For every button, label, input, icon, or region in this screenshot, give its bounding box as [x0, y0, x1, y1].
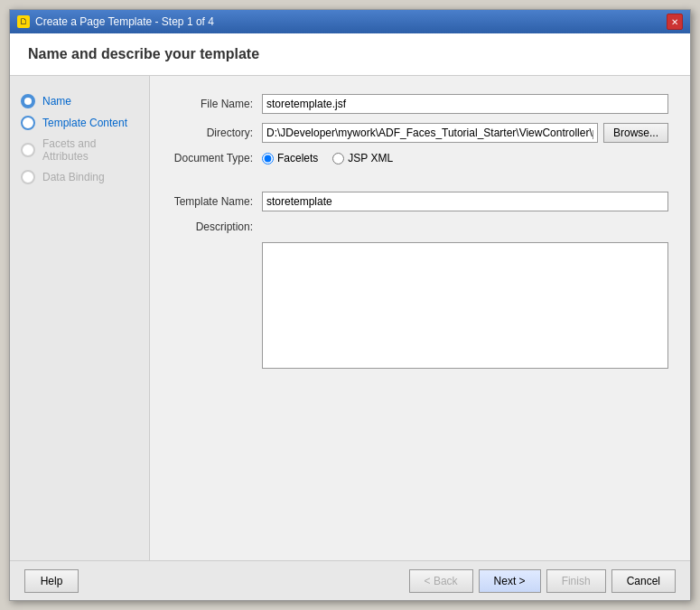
- description-label-row: Description:: [172, 221, 668, 233]
- footer: Help < Back Next > Finish Cancel: [10, 560, 690, 600]
- radio-facelets-input[interactable]: [262, 153, 274, 164]
- document-type-label: Document Type:: [172, 152, 262, 164]
- main-window: 🗋 Create a Page Template - Step 1 of 4 ✕…: [9, 9, 691, 601]
- document-type-row: Document Type: Facelets JSP XML: [172, 152, 668, 164]
- cancel-button[interactable]: Cancel: [611, 569, 676, 593]
- header-title: Name and describe your template: [28, 46, 672, 62]
- sidebar-label-template-content: Template Content: [42, 117, 127, 129]
- directory-row: Directory: Browse...: [172, 123, 668, 143]
- sidebar-item-facets-attributes: Facets and Attributes: [10, 134, 149, 166]
- main-panel: File Name: Directory: Browse... Document…: [150, 76, 690, 560]
- spacer: [172, 174, 668, 183]
- radio-jsp-option[interactable]: JSP XML: [332, 152, 393, 164]
- header: Name and describe your template: [10, 33, 690, 76]
- title-bar: 🗋 Create a Page Template - Step 1 of 4 ✕: [10, 10, 690, 33]
- browse-button[interactable]: Browse...: [603, 123, 668, 143]
- radio-jsp-label: JSP XML: [348, 152, 393, 164]
- close-button[interactable]: ✕: [667, 14, 683, 30]
- template-name-input[interactable]: [262, 192, 668, 211]
- next-button[interactable]: Next >: [479, 569, 541, 593]
- footer-right: < Back Next > Finish Cancel: [409, 569, 676, 593]
- file-name-label: File Name:: [172, 98, 262, 110]
- description-label: Description:: [172, 221, 262, 233]
- template-name-row: Template Name:: [172, 192, 668, 211]
- sidebar-label-data-binding: Data Binding: [42, 171, 105, 183]
- template-name-label: Template Name:: [172, 195, 262, 208]
- description-block: [262, 242, 668, 371]
- step-indicator-facets: [21, 143, 35, 157]
- radio-facelets-label: Facelets: [277, 152, 318, 164]
- sidebar-item-template-content[interactable]: Template Content: [10, 112, 149, 134]
- help-button[interactable]: Help: [24, 569, 79, 593]
- radio-facelets-option[interactable]: Facelets: [262, 152, 318, 164]
- step-indicator-data-binding: [21, 170, 35, 184]
- window-icon: 🗋: [17, 15, 30, 28]
- directory-label: Directory:: [172, 127, 262, 139]
- sidebar-item-data-binding: Data Binding: [10, 166, 149, 188]
- title-bar-left: 🗋 Create a Page Template - Step 1 of 4: [17, 15, 214, 28]
- file-name-input[interactable]: [262, 94, 668, 114]
- footer-left: Help: [24, 569, 79, 593]
- directory-input[interactable]: [262, 123, 598, 143]
- back-button[interactable]: < Back: [409, 569, 473, 593]
- step-indicator-template-content: [21, 116, 35, 130]
- step-indicator-name: [21, 94, 35, 108]
- sidebar-item-name: Name: [10, 90, 149, 112]
- file-name-row: File Name:: [172, 94, 668, 114]
- radio-group: Facelets JSP XML: [262, 152, 668, 164]
- step-dot-name: [24, 98, 32, 105]
- description-textarea[interactable]: [262, 242, 668, 369]
- window-title: Create a Page Template - Step 1 of 4: [35, 15, 214, 28]
- sidebar-label-facets: Facets and Attributes: [42, 137, 138, 163]
- finish-button[interactable]: Finish: [546, 569, 606, 593]
- sidebar-label-name: Name: [42, 95, 71, 108]
- content-area: Name Template Content Facets and Attribu…: [10, 76, 690, 560]
- radio-jsp-input[interactable]: [332, 153, 344, 164]
- sidebar: Name Template Content Facets and Attribu…: [10, 76, 150, 560]
